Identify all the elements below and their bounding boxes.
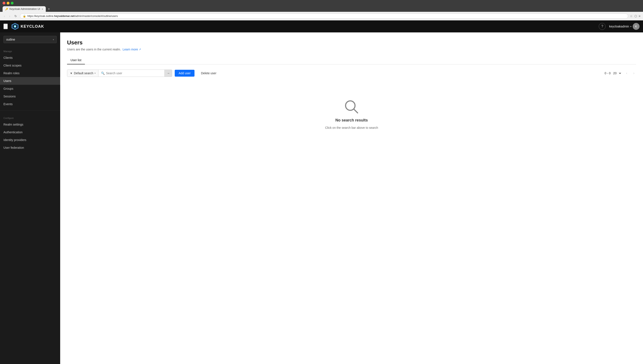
active-tab[interactable]: 🔑 Keycloak Administration UI ✕ [3,6,46,12]
realm-selector[interactable]: outline ▾ [4,36,57,43]
sidebar-label-realm-settings: Realm settings [4,123,24,126]
pagination-next-button[interactable]: › [631,70,636,76]
external-link-icon: ↗ [139,48,141,51]
maximize-traffic-light[interactable] [11,2,14,4]
sidebar: outline ▾ Manage Clients Client scopes R… [0,32,60,364]
sidebar-item-clients[interactable]: Clients [0,54,60,62]
tabs: User list [67,56,636,64]
pagination-info: 0 - 0 20 50 100 [604,71,622,75]
pagination-per-page-select[interactable]: 20 50 100 [612,71,622,75]
username-label: keycloakadmin [609,25,629,28]
url-display: https://keycloak.outline.heyvaldemar.net… [27,14,625,18]
browser-nav-bar: ‹ › ↻ 🔒 https://keycloak.outline.heyvald… [0,12,643,20]
hamburger-menu-button[interactable]: ☰ [4,24,8,29]
url-domain: heyvaldemar.net [54,14,74,18]
traffic-lights [3,2,640,4]
sidebar-item-user-federation[interactable]: User federation [0,144,60,152]
realm-selector-label: outline [6,38,15,41]
forward-button[interactable]: › [8,14,12,18]
sidebar-label-events: Events [4,102,13,106]
pagination-prev-button[interactable]: ‹ [624,70,629,76]
search-magnifier-icon: 🔍 [101,72,105,75]
keycloak-logo-icon [11,22,19,30]
svg-line-5 [354,109,358,113]
realm-selector-arrow: ▾ [53,38,54,41]
sidebar-divider [0,110,60,111]
sidebar-label-groups: Groups [4,87,13,90]
browser-chrome: 🔑 Keycloak Administration UI ✕ + ‹ › ↻ 🔒… [0,0,643,20]
sidebar-item-identity-providers[interactable]: Identity providers [0,136,60,144]
help-icon: ? [601,24,603,28]
tab-user-list[interactable]: User list [67,56,85,64]
address-bar[interactable]: 🔒 https://keycloak.outline.heyvaldemar.n… [20,14,628,19]
help-button[interactable]: ? [599,23,606,30]
sidebar-label-clients: Clients [4,56,13,60]
page-description-text: Users are the users in the current realm… [67,48,121,51]
search-go-button[interactable]: → [164,70,172,76]
search-user-input[interactable] [106,72,162,75]
sidebar-item-client-scopes[interactable]: Client scopes [0,62,60,69]
user-dropdown-arrow: ▾ [630,25,631,28]
learn-more-link[interactable]: Learn more ↗ [123,48,141,51]
sidebar-item-events[interactable]: Events [0,100,60,108]
topbar-logo: KEYCLOAK [11,22,44,30]
avatar-initials: K [635,25,637,28]
sidebar-label-user-federation: User federation [4,146,24,150]
empty-state-subtitle: Click on the search bar above to search [325,126,378,130]
filter-dropdown[interactable]: ▼ Default search ▾ [67,70,98,76]
filter-dropdown-label: Default search [74,72,93,75]
sidebar-label-client-scopes: Client scopes [4,64,22,67]
user-menu[interactable]: keycloakadmin ▾ K [609,23,639,30]
search-filter-group: ▼ Default search ▾ 🔍 → [67,70,172,77]
bookmark-icon[interactable]: ☆ [630,14,633,18]
svg-point-3 [14,26,16,27]
page-title: Users [67,39,636,46]
sidebar-item-sessions[interactable]: Sessions [0,92,60,100]
extensions-icon[interactable]: ⬡ [634,14,637,18]
new-tab-button[interactable]: + [46,6,52,12]
empty-state: No search results Click on the search ba… [67,82,636,146]
tab-favicon: 🔑 [5,8,8,10]
tab-close-button[interactable]: ✕ [42,8,43,10]
add-user-button[interactable]: Add user [175,70,194,76]
empty-state-search-icon [344,99,359,114]
reload-button[interactable]: ↻ [13,14,18,18]
sidebar-label-sessions: Sessions [4,95,16,98]
sidebar-manage-section: Manage [0,46,60,54]
sidebar-item-groups[interactable]: Groups [0,85,60,92]
empty-state-title: No search results [335,118,368,122]
page-description: Users are the users in the current realm… [67,48,636,51]
browser-tabs: 🔑 Keycloak Administration UI ✕ + [3,6,640,12]
sidebar-item-realm-settings[interactable]: Realm settings [0,120,60,128]
minimize-traffic-light[interactable] [7,2,10,4]
content-area: Users Users are the users in the current… [60,32,643,364]
back-button[interactable]: ‹ [3,14,6,18]
learn-more-label: Learn more [123,48,138,51]
close-traffic-light[interactable] [3,2,5,4]
delete-user-button[interactable]: Delete user [197,70,220,76]
sidebar-label-realm-roles: Realm roles [4,72,20,75]
security-icon: 🔒 [23,14,26,18]
app-container: ☰ KEYCLOAK ? keycloakadmin ▾ K [0,20,643,364]
sidebar-item-users[interactable]: Users [0,77,60,85]
sidebar-item-authentication[interactable]: Authentication [0,128,60,136]
filter-icon: ▼ [70,72,73,75]
topbar: ☰ KEYCLOAK ? keycloakadmin ▾ K [0,20,643,32]
sidebar-label-authentication: Authentication [4,130,23,134]
nav-icons: ☆ ⬡ ≡ [630,14,640,18]
main-area: outline ▾ Manage Clients Client scopes R… [0,32,643,364]
avatar: K [633,23,639,30]
toolbar: ▼ Default search ▾ 🔍 → Add user Delete u… [67,70,636,77]
url-path: /admin/master/console/#/outline/users [74,14,118,18]
tab-user-list-label: User list [71,58,81,62]
menu-icon[interactable]: ≡ [639,14,640,18]
filter-caret-icon: ▾ [95,72,96,74]
tab-title: Keycloak Administration UI [10,8,40,10]
pagination-label: 0 - 0 [604,72,610,75]
sidebar-configure-section: Configure [0,113,60,120]
sidebar-item-realm-roles[interactable]: Realm roles [0,69,60,77]
url-prefix: https://keycloak.outline. [27,14,54,18]
sidebar-label-identity-providers: Identity providers [4,138,27,142]
search-input-wrapper: 🔍 [98,70,164,76]
sidebar-label-users: Users [4,79,12,83]
